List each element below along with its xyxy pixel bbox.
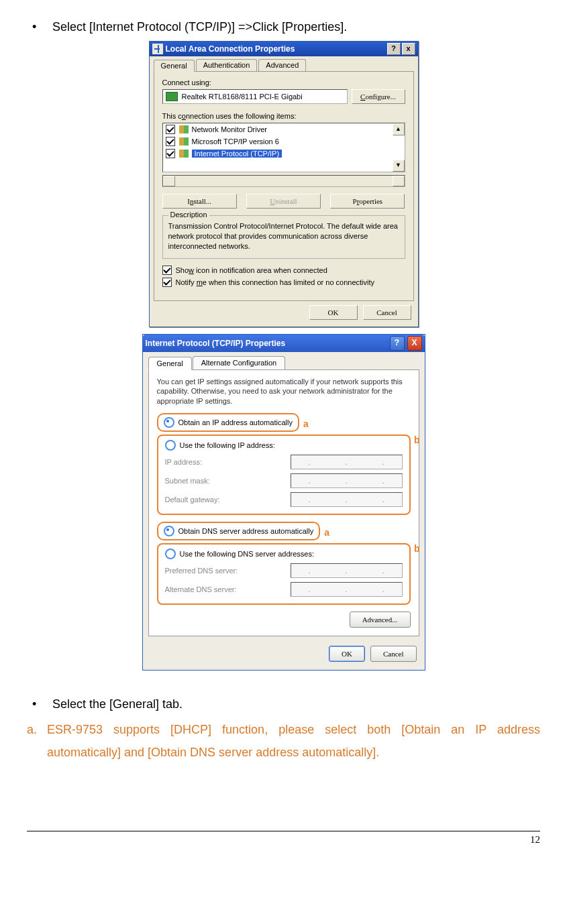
scroll-down-button[interactable]: ▼ <box>393 160 405 172</box>
close-button[interactable]: x <box>402 43 415 55</box>
protocol-icon <box>179 125 189 133</box>
tab-alternate[interactable]: Alternate Configuration <box>193 356 286 369</box>
general-panel: Connect using: Realtek RTL8168/8111 PCI-… <box>154 71 414 301</box>
use-dns-label: Use the following DNS server addresses: <box>180 550 315 558</box>
advanced-button[interactable]: Advanced... <box>350 612 411 628</box>
adapter-field[interactable]: Realtek RTL8168/8111 PCI-E Gigabi <box>162 89 348 104</box>
alt-dns-field: ... <box>291 582 403 597</box>
note-a-dhcp: a. ESR-9753 supports [DHCP] function, pl… <box>27 718 540 764</box>
configure-button[interactable]: Configure... <box>352 89 405 104</box>
checkbox-icon[interactable] <box>166 137 175 146</box>
list-item[interactable]: Network Monitor Driver <box>163 123 405 135</box>
subnet-label: Subnet mask: <box>165 477 291 485</box>
gateway-field: ... <box>291 492 403 507</box>
window-title: Internet Protocol (TCP/IP) Properties <box>146 339 286 348</box>
checkbox-icon[interactable] <box>166 125 175 134</box>
checkbox-icon[interactable] <box>162 266 172 275</box>
step-select-tcpip-text: Select [Internet Protocol (TCP/IP)] =>Cl… <box>52 20 540 34</box>
lan-properties-dialog: Local Area Connection Properties ? x Gen… <box>149 41 419 327</box>
item-label: Network Monitor Driver <box>192 125 267 133</box>
show-icon-label: Show icon in notification area when conn… <box>176 266 327 274</box>
use-ip-label: Use the following IP address: <box>180 441 275 449</box>
description-group: Description Transmission Control Protoco… <box>162 215 405 259</box>
gateway-label: Default gateway: <box>165 496 291 504</box>
tab-authentication[interactable]: Authentication <box>196 59 258 71</box>
ip-address-field: ... <box>291 455 403 469</box>
tab-general[interactable]: General <box>148 357 192 370</box>
uninstall-button: Uninstall <box>246 194 321 209</box>
radio-obtain-dns[interactable] <box>164 526 174 536</box>
annotation-b: b <box>414 543 420 554</box>
obtain-ip-highlight: Obtain an IP address automatically <box>157 413 299 432</box>
list-item-selected[interactable]: Internet Protocol (TCP/IP) <box>163 148 405 160</box>
description-text: Transmission Control Protocol/Internet P… <box>168 221 399 251</box>
protocol-icon <box>179 137 189 146</box>
protocol-list[interactable]: ▲ ▼ Network Monitor Driver Microsoft TCP… <box>162 123 405 172</box>
items-label: This connection uses the following items… <box>162 112 405 120</box>
cancel-button[interactable]: Cancel <box>370 646 417 662</box>
pref-dns-field: ... <box>291 563 403 578</box>
ok-button[interactable]: OK <box>329 646 365 662</box>
adapter-name: Realtek RTL8168/8111 PCI-E Gigabi <box>182 93 303 101</box>
intro-text: You can get IP settings assigned automat… <box>157 377 411 407</box>
obtain-dns-highlight: Obtain DNS server address automatically <box>157 522 321 540</box>
titlebar[interactable]: Local Area Connection Properties ? x <box>150 42 418 56</box>
titlebar[interactable]: Internet Protocol (TCP/IP) Properties ? … <box>143 335 425 352</box>
obtain-ip-label: Obtain an IP address automatically <box>178 418 293 426</box>
properties-button[interactable]: Properties <box>330 194 405 209</box>
tabs: General Authentication Advanced <box>150 56 418 71</box>
bullet: • <box>27 20 52 34</box>
scroll-up-button[interactable]: ▲ <box>393 123 405 135</box>
close-button[interactable]: X <box>407 336 422 351</box>
network-adapter-icon <box>166 92 178 101</box>
item-label: Internet Protocol (TCP/IP) <box>192 150 282 158</box>
item-label: Microsoft TCP/IP version 6 <box>192 137 279 146</box>
notify-label: Notify me when this connection has limit… <box>176 278 375 286</box>
tcpip-properties-dialog: Internet Protocol (TCP/IP) Properties ? … <box>142 334 425 671</box>
step-select-general: • Select the [General] tab. <box>27 697 540 711</box>
note-a-text: ESR-9753 supports [DHCP] function, pleas… <box>47 718 540 764</box>
general-panel: You can get IP settings assigned automat… <box>148 369 419 637</box>
connection-icon <box>152 44 163 54</box>
obtain-dns-label: Obtain DNS server address automatically <box>178 527 314 535</box>
alt-dns-label: Alternate DNS server: <box>165 585 291 593</box>
checkbox-icon[interactable] <box>162 278 172 287</box>
radio-obtain-ip[interactable] <box>164 417 174 428</box>
pref-dns-label: Preferred DNS server: <box>165 567 291 575</box>
list-item[interactable]: Microsoft TCP/IP version 6 <box>163 135 405 148</box>
cancel-button[interactable]: Cancel <box>363 305 411 320</box>
subnet-field: ... <box>291 473 403 488</box>
marker-a: a. <box>27 718 47 764</box>
step-select-tcpip: • Select [Internet Protocol (TCP/IP)] =>… <box>27 20 540 34</box>
ip-address-label: IP address: <box>165 458 291 466</box>
step-select-general-text: Select the [General] tab. <box>52 697 540 711</box>
static-dns-highlight: b Use the following DNS server addresses… <box>157 543 411 605</box>
description-title: Description <box>168 211 209 219</box>
horizontal-scrollbar[interactable] <box>162 175 405 187</box>
annotation-a: a <box>324 527 329 538</box>
install-button[interactable]: Install... <box>162 194 237 209</box>
window-title: Local Area Connection Properties <box>166 42 295 56</box>
tab-general[interactable]: General <box>154 60 195 72</box>
help-button[interactable]: ? <box>387 43 401 55</box>
annotation-a: a <box>303 418 309 429</box>
annotation-b: b <box>414 435 420 445</box>
bullet: • <box>27 697 52 711</box>
page-number: 12 <box>27 831 540 846</box>
radio-use-ip[interactable] <box>165 440 176 451</box>
connect-using-label: Connect using: <box>162 78 405 86</box>
protocol-icon <box>179 150 189 158</box>
help-button[interactable]: ? <box>390 336 405 351</box>
tabs: General Alternate Configuration <box>143 352 425 369</box>
tab-advanced[interactable]: Advanced <box>258 59 306 71</box>
radio-use-dns[interactable] <box>165 548 176 559</box>
static-ip-highlight: b Use the following IP address: IP addre… <box>157 435 411 515</box>
checkbox-icon[interactable] <box>166 149 175 158</box>
ok-button[interactable]: OK <box>309 305 358 320</box>
